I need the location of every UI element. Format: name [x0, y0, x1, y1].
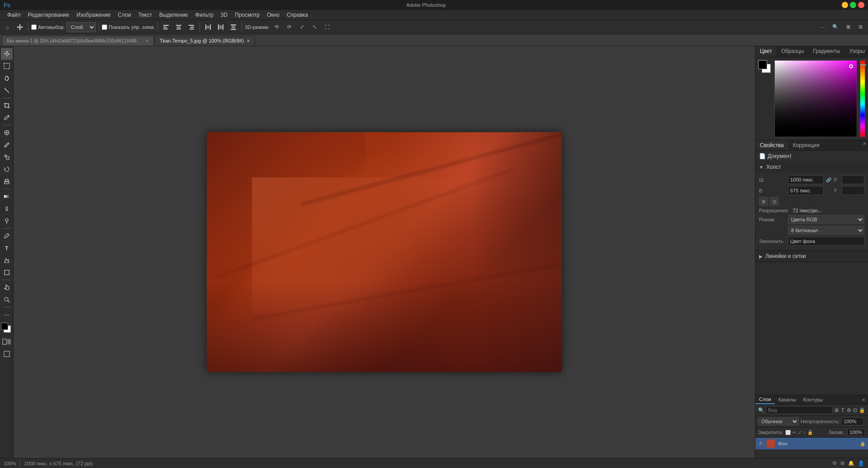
- gradient-cursor[interactable]: [849, 64, 853, 68]
- 3d-icon5[interactable]: ⛶: [322, 22, 332, 33]
- color-tab-color[interactable]: Цвет: [755, 46, 777, 57]
- layers-tab-channels[interactable]: Каналы: [775, 396, 800, 404]
- blend-mode-select[interactable]: Обычное Умножение Осветление: [758, 417, 799, 425]
- 3d-icon1[interactable]: ⟲: [271, 22, 282, 33]
- mode-select[interactable]: Цвета RGB CMYK: [788, 215, 864, 224]
- tab-correction[interactable]: Коррекция: [788, 140, 824, 150]
- layer-item-bg[interactable]: 👁 Фон 🔒: [755, 438, 868, 449]
- hue-bar[interactable]: [860, 60, 865, 137]
- layer-filter-btn5[interactable]: 🔒: [859, 406, 865, 414]
- tab-1-close[interactable]: ✕: [247, 38, 250, 43]
- height-value[interactable]: 675 пикс.: [788, 186, 824, 195]
- status-icon-grid[interactable]: ⊞: [840, 460, 844, 466]
- distribute-button[interactable]: [203, 22, 213, 33]
- fill-value[interactable]: Цвет фона: [788, 237, 864, 246]
- distribute2-button[interactable]: [215, 22, 226, 33]
- menu-filter[interactable]: Фильтр: [192, 11, 217, 19]
- screen-mode-button[interactable]: [1, 348, 13, 360]
- history-brush-tool[interactable]: [1, 163, 13, 175]
- clone-tool[interactable]: [1, 151, 13, 163]
- lock-position-icon[interactable]: ✏: [792, 430, 796, 435]
- status-icon-user[interactable]: 👤: [858, 460, 864, 466]
- menu-select[interactable]: Выделение: [156, 11, 192, 19]
- autocheckbox-label[interactable]: Автовыбор:: [31, 24, 65, 30]
- crop-tool[interactable]: [1, 100, 13, 111]
- blur-tool[interactable]: [1, 203, 13, 215]
- brush-tool[interactable]: [1, 139, 13, 151]
- eyedropper-tool[interactable]: [1, 112, 13, 124]
- show-transform-checkbox[interactable]: [102, 24, 107, 30]
- layers-panel-pin[interactable]: ✕: [859, 396, 868, 404]
- 3d-icon3[interactable]: ⤢: [296, 22, 307, 33]
- hue-cursor[interactable]: [860, 64, 866, 66]
- bitdepth-select[interactable]: 8 бит/канал 16 бит/канал: [788, 226, 864, 235]
- layer-visibility-icon[interactable]: 👁: [758, 440, 764, 447]
- layer-filter-btn2[interactable]: T: [840, 406, 845, 414]
- zoom-tool[interactable]: [1, 294, 13, 306]
- move-tool-button[interactable]: [14, 22, 25, 33]
- menu-window[interactable]: Окно: [263, 11, 283, 19]
- x-value[interactable]: [842, 175, 864, 184]
- home-button[interactable]: ⌂: [2, 22, 13, 33]
- menu-view[interactable]: Просмотр: [231, 11, 263, 19]
- layers-tab-layers[interactable]: Слои: [755, 395, 775, 404]
- fg-color-box[interactable]: [758, 60, 767, 69]
- lasso-tool[interactable]: [1, 72, 13, 84]
- path-select-tool[interactable]: [1, 254, 13, 266]
- align-right-button[interactable]: [186, 22, 197, 33]
- color-tab-gradients[interactable]: Градиенты: [808, 46, 844, 57]
- lock-pixels-icon[interactable]: ⬜: [785, 430, 791, 435]
- hand-tool[interactable]: [1, 282, 13, 293]
- auto-checkbox[interactable]: [31, 24, 37, 30]
- layer-filter-btn3[interactable]: ⚙: [847, 406, 852, 414]
- layer-filter-btn4[interactable]: ⊡: [853, 406, 858, 414]
- workspace-button[interactable]: ⊞: [843, 22, 854, 33]
- lock-all-icon[interactable]: 🔒: [807, 430, 813, 435]
- 3d-icon2[interactable]: ⟳: [284, 22, 294, 33]
- move-tool[interactable]: [1, 48, 13, 60]
- fill-right-value[interactable]: 100%: [847, 429, 865, 436]
- shape-tool[interactable]: [1, 267, 13, 278]
- canvas-icon-2[interactable]: ⊡: [770, 197, 779, 206]
- distribute3-button[interactable]: [228, 22, 239, 33]
- tab-1[interactable]: Tkan-Tempo_5.jpg @ 100% (RGB/8#) ✕: [155, 36, 255, 46]
- layer-filter-btn1[interactable]: ⊞: [834, 406, 839, 414]
- 3d-icon4[interactable]: ⤡: [309, 22, 320, 33]
- canvas-icon-1[interactable]: ⊞: [759, 197, 768, 206]
- close-button[interactable]: [858, 2, 864, 8]
- status-icon-settings[interactable]: ⚙: [832, 460, 837, 466]
- status-icon-notification[interactable]: 🔔: [848, 460, 854, 466]
- foreground-color-swatch[interactable]: [1, 323, 8, 330]
- layers-search-input[interactable]: [766, 406, 833, 414]
- pen-tool[interactable]: [1, 230, 13, 242]
- text-tool[interactable]: T: [1, 242, 13, 254]
- align-center-button[interactable]: [173, 22, 184, 33]
- minimize-button[interactable]: [842, 2, 848, 8]
- link-icon[interactable]: 🔗: [825, 177, 832, 183]
- tab-properties[interactable]: Свойства: [755, 140, 788, 150]
- magic-wand-tool[interactable]: [1, 85, 13, 96]
- menu-text[interactable]: Текст: [135, 11, 156, 19]
- dodge-tool[interactable]: [1, 215, 13, 227]
- search-button[interactable]: 🔍: [830, 22, 841, 33]
- align-left-button[interactable]: [161, 22, 171, 33]
- arrange-button[interactable]: ⧉: [855, 22, 866, 33]
- grid-section-header[interactable]: ▶ Линейки и сетки: [755, 251, 868, 262]
- lock-artboard-icon[interactable]: ⤢: [798, 430, 802, 435]
- opacity-value[interactable]: 100%: [841, 417, 864, 425]
- layers-tab-paths[interactable]: Контуры: [800, 396, 826, 404]
- tab-0-close[interactable]: ✕: [145, 38, 149, 43]
- heal-tool[interactable]: [1, 127, 13, 138]
- y-value[interactable]: [842, 186, 864, 195]
- lock-move-icon[interactable]: ↕: [803, 430, 806, 435]
- menu-image[interactable]: Изображение: [73, 11, 114, 19]
- menu-edit[interactable]: Редактирование: [24, 11, 73, 19]
- layer-lock-right-icon[interactable]: 🔒: [860, 441, 865, 446]
- canvas-section-header[interactable]: ▼ Холст: [755, 162, 868, 172]
- layer-type-select[interactable]: Слой Группу: [66, 22, 96, 32]
- color-tab-patterns[interactable]: Узоры: [845, 46, 868, 57]
- tab-0[interactable]: Без имени-1 @ 25% (d4d2afd0721b5d0ea46f8…: [2, 36, 154, 46]
- menu-layers[interactable]: Слои: [114, 11, 135, 19]
- menu-3d[interactable]: 3D: [217, 11, 231, 19]
- properties-panel-close[interactable]: ✕: [861, 140, 868, 150]
